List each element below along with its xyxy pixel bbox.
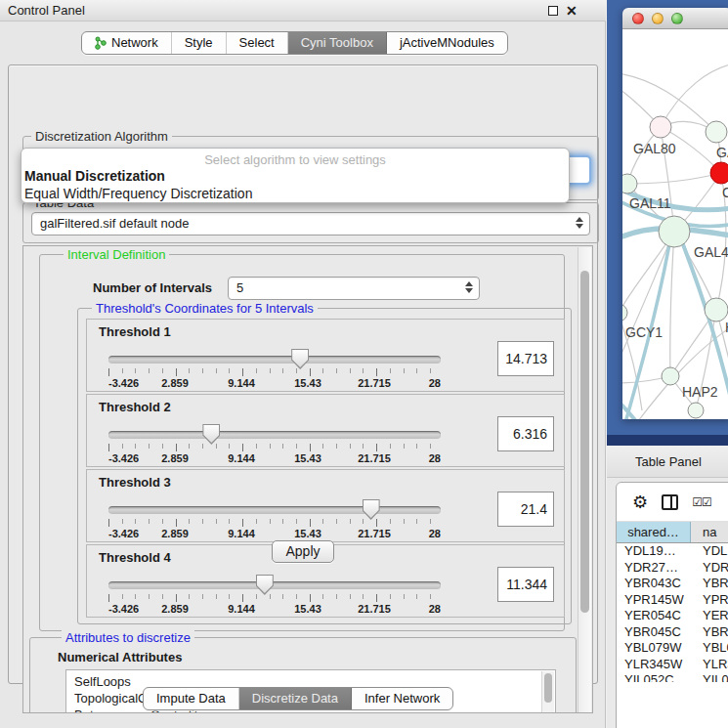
combo-stepper-icon xyxy=(576,217,583,229)
tab-infer-network[interactable]: Infer Network xyxy=(352,688,452,709)
minimize-window-icon[interactable] xyxy=(652,13,664,24)
list-scrollbar[interactable] xyxy=(541,671,554,713)
slider-thumb[interactable] xyxy=(291,349,309,369)
column-header-name[interactable]: na xyxy=(691,522,728,542)
toolbox-tabstrip: Network Style Select Cyni Toolbox jActiv… xyxy=(81,31,508,55)
threshold-3-label: Threshold 3 xyxy=(99,475,171,490)
threshold-1-value-field[interactable]: 14.713 xyxy=(497,341,554,376)
threshold-1-label: Threshold 1 xyxy=(99,324,171,339)
node-gcy1[interactable] xyxy=(622,304,627,321)
network-window-titlebar[interactable] xyxy=(622,8,728,29)
network-desktop-area: GAL80 GA C GAL11 GAL4 GCY1 H HAP2 xyxy=(607,0,728,446)
scrollbar-thumb[interactable] xyxy=(544,673,552,703)
slider-ticks xyxy=(108,519,441,527)
zoom-window-icon[interactable] xyxy=(671,13,683,24)
slider-track[interactable] xyxy=(108,506,441,514)
column-header-shared-name[interactable]: shared… xyxy=(617,522,691,542)
tab-cyni-toolbox[interactable]: Cyni Toolbox xyxy=(288,32,387,54)
slider-tick-labels: -3.426 2.859 9.144 15.43 21.715 28 xyxy=(108,452,441,465)
desktop-strip xyxy=(607,435,728,446)
combo-stepper-icon xyxy=(465,281,473,293)
slider-track[interactable] xyxy=(108,431,441,439)
gear-icon[interactable]: ⚙ xyxy=(632,493,648,511)
group-title: Discretization Algorithm xyxy=(31,129,172,144)
threshold-1-panel: Threshold 1 -3.426 2.859 9.144 15.43 xyxy=(86,319,565,392)
option-equal-width-frequency[interactable]: Equal Width/Frequency Discretization xyxy=(21,185,569,202)
tab-style[interactable]: Style xyxy=(172,32,227,54)
threshold-2-slider[interactable]: -3.426 2.859 9.144 15.43 21.715 28 xyxy=(108,422,441,465)
node-gal4[interactable] xyxy=(659,216,690,247)
threshold-1-slider[interactable]: -3.426 2.859 9.144 15.43 21.715 28 xyxy=(108,347,441,390)
node-table: shared… na YDL19…YDL1 YDR27…YDR2 YBR043C… xyxy=(617,522,728,682)
table-panel-title: Table Panel xyxy=(635,454,702,469)
table-header-row: shared… na xyxy=(617,522,728,543)
slider-thumb[interactable] xyxy=(202,424,220,445)
close-window-icon[interactable] xyxy=(632,13,644,24)
node-h[interactable] xyxy=(705,298,728,321)
group-title: Threshold's Coordinates for 5 Intervals xyxy=(92,301,318,316)
threshold-3-panel: Threshold 3 -3.426 2.859 9.144 15.43 xyxy=(86,469,565,542)
node-top-right[interactable] xyxy=(706,121,727,143)
tab-impute-data[interactable]: Impute Data xyxy=(144,688,239,709)
node-gal11[interactable] xyxy=(622,174,637,193)
node-label: HAP2 xyxy=(682,384,718,400)
interval-definition-group: Interval Definition Number of Intervals … xyxy=(39,254,565,631)
node-label: GAL4 xyxy=(694,244,728,260)
node-hap2[interactable] xyxy=(662,367,679,385)
table-row[interactable]: YPR145WYPR1 xyxy=(617,592,728,609)
popup-placeholder: Select algorithm to view settings xyxy=(21,149,569,167)
table-row[interactable]: YDL19…YDL1 xyxy=(617,543,728,560)
node-label: GAL80 xyxy=(633,141,676,156)
table-data-combobox[interactable]: galFiltered.sif default node xyxy=(31,212,590,236)
node-gal80[interactable] xyxy=(650,116,671,138)
threshold-4-slider[interactable]: -3.426 2.859 9.144 15.43 21.715 28 xyxy=(108,573,441,616)
apply-button[interactable]: Apply xyxy=(272,540,334,563)
node-label: C xyxy=(722,185,728,200)
close-panel-icon[interactable]: ✕ xyxy=(566,2,578,20)
columns-icon[interactable] xyxy=(662,494,678,510)
node-table-container: ⚙ ☑☑ shared… na YDL19…YDL1 YDR27…YDR2 YB… xyxy=(616,482,728,728)
slider-ticks xyxy=(108,368,441,376)
network-canvas[interactable]: GAL80 GA C GAL11 GAL4 GCY1 H HAP2 xyxy=(622,29,728,419)
control-panel-titlebar: Control Panel xyxy=(0,0,606,21)
node-bottom-partial[interactable] xyxy=(688,403,704,418)
table-panel: Table Panel ⚙ ☑☑ shared… na YDL19…YDL1 Y… xyxy=(607,446,728,728)
node-red-selected[interactable] xyxy=(710,162,728,184)
table-row[interactable]: YER054CYER0 xyxy=(617,608,728,624)
threshold-3-value-field[interactable]: 21.4 xyxy=(497,492,554,527)
apply-row: Apply xyxy=(9,534,597,573)
settings-scrollbar[interactable] xyxy=(578,247,591,713)
select-columns-checkboxes-icon[interactable]: ☑☑ xyxy=(692,496,711,508)
slider-track[interactable] xyxy=(108,356,441,364)
slider-thumb[interactable] xyxy=(363,499,380,520)
panel-title: Control Panel xyxy=(8,3,85,18)
cyni-main-panel: Discretization Algorithm Select algorith… xyxy=(8,64,598,684)
option-manual-discretization[interactable]: Manual Discretization xyxy=(21,167,569,185)
tab-jactivemnodules[interactable]: jActiveMNodules xyxy=(387,32,507,54)
algorithm-dropdown-popup: Select algorithm to view settings Manual… xyxy=(21,148,570,203)
num-intervals-combobox[interactable]: 5 xyxy=(228,277,480,300)
num-intervals-label: Number of Intervals xyxy=(93,280,212,295)
slider-thumb[interactable] xyxy=(256,575,274,595)
slider-track[interactable] xyxy=(108,581,441,589)
table-toolbar: ⚙ ☑☑ xyxy=(617,483,728,522)
table-row[interactable]: YBL079WYBL0 xyxy=(617,640,728,657)
slider-ticks xyxy=(108,594,441,602)
slider-tick-labels: -3.426 2.859 9.144 15.43 21.715 28 xyxy=(108,603,441,616)
tab-select[interactable]: Select xyxy=(227,32,288,54)
tab-network[interactable]: Network xyxy=(82,32,172,54)
network-view-window: GAL80 GA C GAL11 GAL4 GCY1 H HAP2 xyxy=(622,8,728,419)
table-row[interactable]: YDR27…YDR2 xyxy=(617,560,728,577)
table-row[interactable]: YIL052CYIL0 xyxy=(617,672,728,682)
table-row[interactable]: YBR043CYBR0 xyxy=(617,576,728,592)
threshold-2-value-field[interactable]: 6.316 xyxy=(497,416,554,451)
table-panel-titlebar: Table Panel xyxy=(607,446,728,478)
settings-scrollpane: Interval Definition Number of Intervals … xyxy=(22,245,593,713)
tab-discretize-data[interactable]: Discretize Data xyxy=(239,688,352,709)
float-panel-icon[interactable] xyxy=(548,6,558,16)
slider-tick-labels: -3.426 2.859 9.144 15.43 21.715 28 xyxy=(108,377,441,390)
node-label: GCY1 xyxy=(625,324,663,340)
group-title: Attributes to discretize xyxy=(62,630,194,645)
table-row[interactable]: YLR345WYLR3 xyxy=(617,657,728,673)
table-row[interactable]: YBR045CYBR0 xyxy=(617,624,728,641)
